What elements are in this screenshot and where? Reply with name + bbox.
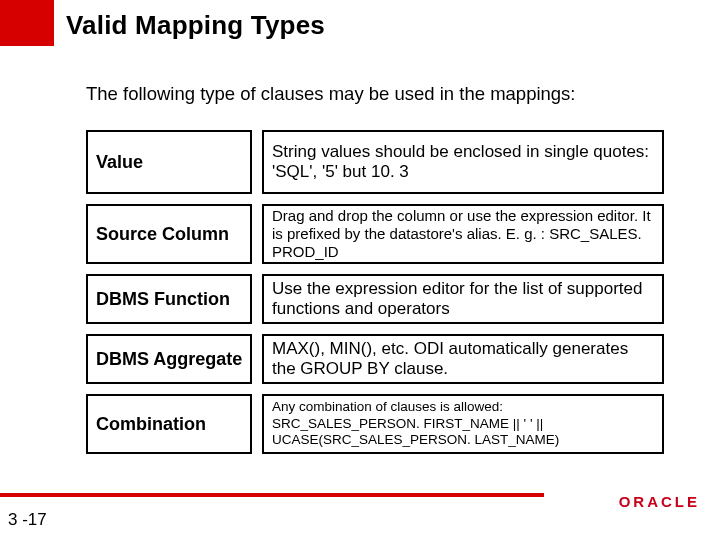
mapping-table: Value String values should be enclosed i… bbox=[86, 130, 664, 464]
row-label: DBMS Function bbox=[86, 274, 252, 324]
row-desc: String values should be enclosed in sing… bbox=[262, 130, 664, 194]
table-row: Value String values should be enclosed i… bbox=[86, 130, 664, 194]
row-desc: MAX(), MIN(), etc. ODI automatically gen… bbox=[262, 334, 664, 384]
row-label: Value bbox=[86, 130, 252, 194]
oracle-logo: ORACLE bbox=[619, 493, 702, 510]
intro-text: The following type of clauses may be use… bbox=[86, 82, 576, 105]
bottom-accent-bar bbox=[0, 493, 544, 497]
table-row: Combination Any combination of clauses i… bbox=[86, 394, 664, 454]
row-desc: Use the expression editor for the list o… bbox=[262, 274, 664, 324]
row-desc: Drag and drop the column or use the expr… bbox=[262, 204, 664, 264]
row-label: Combination bbox=[86, 394, 252, 454]
corner-accent bbox=[0, 0, 54, 46]
row-label: DBMS Aggregate bbox=[86, 334, 252, 384]
table-row: Source Column Drag and drop the column o… bbox=[86, 204, 664, 264]
row-label: Source Column bbox=[86, 204, 252, 264]
slide-number: 3 -17 bbox=[8, 510, 47, 530]
table-row: DBMS Aggregate MAX(), MIN(), etc. ODI au… bbox=[86, 334, 664, 384]
slide-title: Valid Mapping Types bbox=[66, 10, 325, 41]
table-row: DBMS Function Use the expression editor … bbox=[86, 274, 664, 324]
row-desc: Any combination of clauses is allowed:SR… bbox=[262, 394, 664, 454]
